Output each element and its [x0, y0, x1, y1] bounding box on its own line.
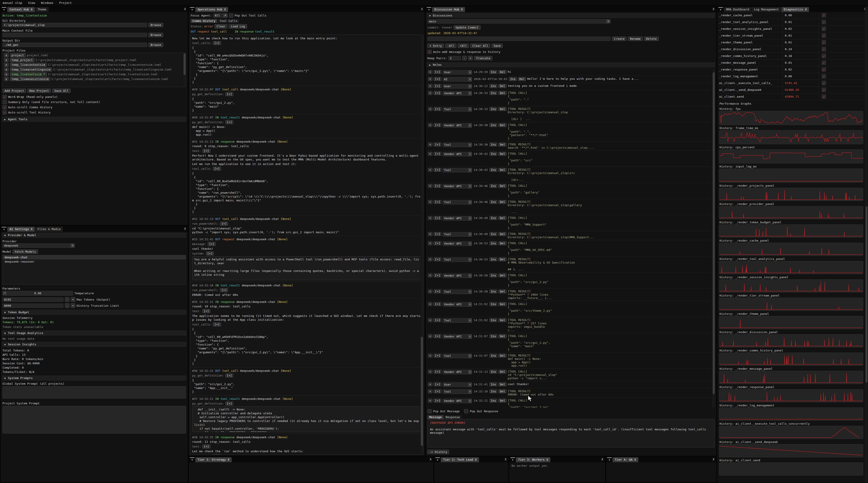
- timing-checkbox[interactable]: ✓: [822, 20, 826, 24]
- insert-button[interactable]: Ins: [489, 242, 497, 245]
- expand-button[interactable]: [+]: [208, 242, 216, 246]
- timing-checkbox[interactable]: ✓: [822, 13, 826, 18]
- option-checkbox[interactable]: ✓: [2, 110, 7, 115]
- insert-button[interactable]: Ins: [489, 216, 497, 220]
- delete-button[interactable]: Del: [498, 242, 506, 245]
- add-entry-button[interactable]: +: [428, 370, 432, 374]
- entries--entry-button[interactable]: + Entry: [428, 44, 444, 48]
- file-tag[interactable]: project: [10, 53, 26, 57]
- add-entry-button[interactable]: +: [428, 389, 432, 393]
- insert-button[interactable]: Ins: [489, 200, 497, 204]
- delete-button[interactable]: Del: [498, 216, 506, 220]
- max-tokens-plus[interactable]: +: [71, 297, 75, 302]
- browse-main-context-button[interactable]: Browse: [149, 33, 163, 37]
- add-entry-button[interactable]: +: [428, 142, 432, 147]
- insert-button[interactable]: Ins: [489, 370, 497, 374]
- role-dropdown[interactable]: Vendor API▼: [442, 399, 472, 403]
- add-entry-button[interactable]: +: [428, 302, 432, 306]
- role-dropdown[interactable]: Tool▼: [442, 168, 472, 172]
- timing-checkbox[interactable]: ✓: [822, 27, 826, 31]
- role-dropdown[interactable]: Tool▼: [442, 200, 472, 204]
- collapse-icon[interactable]: ▼: [510, 457, 515, 462]
- file-tag[interactable]: temp_livetoolssim *: [10, 72, 47, 76]
- expand-entry-button[interactable]: [+]: [434, 302, 441, 306]
- timing-checkbox[interactable]: ✓: [822, 94, 826, 99]
- role-dropdown[interactable]: Vendor API▼: [442, 216, 472, 221]
- role-dropdown[interactable]: Vendor API▼: [442, 302, 472, 307]
- timing-checkbox[interactable]: ✓: [822, 74, 826, 78]
- save-all-button[interactable]: Save All: [52, 89, 70, 93]
- insert-button[interactable]: Ins: [489, 107, 497, 111]
- project-prompt-textarea[interactable]: [2, 406, 186, 433]
- provider-model-header[interactable]: ▼Provider & Model: [2, 233, 186, 237]
- expand-button[interactable]: [+]: [225, 120, 233, 124]
- add-entry-button[interactable]: +: [428, 216, 432, 220]
- expand-entry-button[interactable]: [+]: [434, 273, 441, 277]
- entries-scrollbar[interactable]: [713, 72, 715, 394]
- expand-entry-button[interactable]: [+]: [434, 70, 441, 74]
- remove-file-button[interactable]: x: [4, 53, 8, 57]
- delete-button[interactable]: Del: [498, 399, 506, 402]
- subtab-tool-calls[interactable]: Tool Calls: [218, 19, 239, 23]
- expand-button[interactable]: [+]: [202, 445, 210, 448]
- expand-entry-button[interactable]: [+]: [434, 370, 441, 374]
- add-entry-button[interactable]: +: [428, 318, 432, 322]
- role-dropdown[interactable]: Vendor API▼: [442, 91, 472, 96]
- expand-entry-button[interactable]: [+]: [434, 152, 441, 156]
- focus-agent-dropdown[interactable]: All▼: [213, 13, 228, 18]
- expand-entry-button[interactable]: [+]: [434, 107, 441, 111]
- insert-button[interactable]: Ins: [489, 382, 497, 386]
- panel-scrollbar[interactable]: [866, 206, 868, 383]
- delete-button[interactable]: Del: [498, 200, 506, 204]
- expand-entry-button[interactable]: [+]: [434, 318, 441, 322]
- add-entry-button[interactable]: +: [428, 123, 432, 127]
- collapse-icon[interactable]: ▼: [190, 7, 194, 12]
- delete-button[interactable]: Del: [498, 382, 506, 386]
- discussion-dropdown[interactable]: main▼: [428, 19, 611, 24]
- expand-button[interactable]: [+]: [220, 222, 228, 226]
- tab-message[interactable]: Message: [428, 415, 443, 419]
- expand-button[interactable]: [+]: [206, 252, 214, 255]
- tab-discussion-hub[interactable]: Discussion Hub X: [432, 7, 465, 12]
- collapse-icon[interactable]: ▼: [435, 457, 440, 462]
- temperature-slider[interactable]: 0.00: [2, 291, 73, 296]
- git-directory-input[interactable]: C:\projects\manual_slop: [2, 23, 147, 27]
- max-tokens-input[interactable]: 8192: [2, 297, 64, 302]
- max-tokens-minus[interactable]: -: [65, 297, 69, 302]
- delete-button[interactable]: Del: [498, 370, 506, 374]
- expand-entry-button[interactable]: [+]: [434, 200, 441, 204]
- add-project-button[interactable]: Add Project: [2, 89, 26, 93]
- add-entry-button[interactable]: +: [428, 77, 432, 81]
- insert-button[interactable]: Ins: [489, 290, 497, 293]
- tab-tier-1[interactable]: Tier 1: Strategy X: [195, 457, 232, 462]
- file-tag[interactable]: temp_liveaisettingssim: [10, 68, 52, 71]
- expand-button[interactable]: [+]: [213, 167, 221, 171]
- browse-git-button[interactable]: Browse: [149, 23, 163, 27]
- timing-checkbox[interactable]: ✓: [822, 54, 826, 58]
- close-icon[interactable]: X: [713, 7, 715, 11]
- update-commit-button[interactable]: Update Commit: [454, 25, 481, 30]
- tab-context-hub[interactable]: Context Hub X: [7, 7, 35, 12]
- role-dropdown[interactable]: Tool▼: [442, 389, 472, 394]
- delete-button[interactable]: Del: [498, 84, 506, 88]
- role-dropdown[interactable]: Vendor API▼: [442, 184, 472, 189]
- delete-button[interactable]: Del: [498, 168, 506, 172]
- expand-entry-button[interactable]: [+]: [434, 232, 441, 236]
- close-icon[interactable]: X: [505, 457, 506, 461]
- tab-operations-hub[interactable]: Operations Hub X: [195, 7, 228, 12]
- role-dropdown[interactable]: Vendor API▼: [442, 242, 472, 246]
- collapse-icon[interactable]: ▼: [427, 7, 431, 12]
- delete-button[interactable]: Del: [498, 257, 506, 261]
- expand-entry-button[interactable]: [+]: [434, 142, 441, 147]
- provider-dropdown[interactable]: deepseek▼: [2, 244, 75, 248]
- delete-button[interactable]: Del: [498, 290, 506, 293]
- model-option[interactable]: deepseek-chat: [3, 255, 186, 259]
- tab-ai-settings[interactable]: AI Settings X: [7, 227, 35, 232]
- discussions-header[interactable]: ▼Discussions: [427, 13, 715, 18]
- menu-item-windows[interactable]: Windows: [41, 1, 53, 4]
- add-entry-button[interactable]: +: [428, 200, 432, 204]
- role-dropdown[interactable]: Tool▼: [442, 318, 472, 323]
- expand-entry-button[interactable]: [+]: [434, 123, 441, 127]
- role-dropdown[interactable]: Vendor API▼: [442, 334, 472, 339]
- add-entry-button[interactable]: +: [428, 70, 432, 74]
